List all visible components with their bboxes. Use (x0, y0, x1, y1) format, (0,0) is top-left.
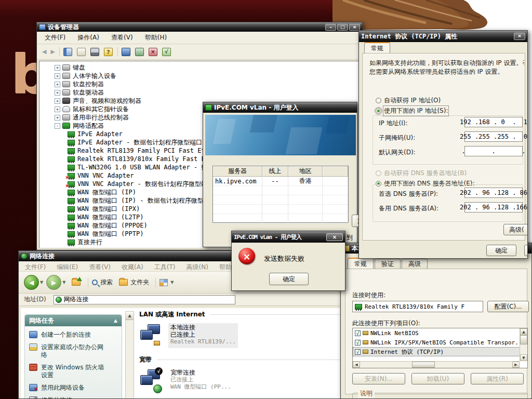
expand-box[interactable]: + (55, 65, 60, 71)
scroll-right-icon[interactable]: ▶ (512, 362, 520, 368)
checkbox-checked[interactable]: √ (355, 340, 361, 345)
close-button[interactable]: × (326, 233, 343, 241)
expand-box[interactable]: + (55, 82, 60, 87)
tree-item[interactable]: +软盘驱动器 (39, 88, 360, 97)
uninstall-button[interactable]: 卸载(U) (411, 373, 464, 384)
task-create-connection[interactable]: 创建一个新的连接 (29, 331, 118, 339)
expand-box[interactable]: + (55, 73, 60, 79)
search-icon[interactable] (92, 280, 98, 285)
expand-box[interactable]: + (55, 107, 60, 112)
list-horizontal-scrollbar[interactable]: ◀ ▶ (353, 361, 520, 368)
back-dropdown-icon[interactable]: ▼ (40, 280, 43, 285)
device-manager-titlebar[interactable]: 设备管理器 – □ × (37, 22, 362, 32)
scroll-down-icon[interactable]: ▼ (520, 354, 527, 361)
tcpip-titlebar[interactable]: Internet 协议 (TCP/IP) 属性 × (359, 31, 527, 42)
radio-use-ip[interactable]: 使用下面的 IP 地址(S): (376, 107, 448, 115)
uninstall-device-icon[interactable]: × (149, 48, 157, 56)
alternate-dns-input[interactable]: 202 . 96 .128 .166 (464, 202, 523, 212)
col-region[interactable]: 地区 (288, 166, 323, 177)
expand-box[interactable]: + (55, 115, 60, 121)
up-folder-icon[interactable] (72, 279, 81, 286)
scroll-up-icon[interactable]: ▲ (520, 328, 527, 335)
subnet-mask-input[interactable]: 255 .255 .255 . 0 (464, 131, 523, 142)
list-vertical-scrollbar[interactable]: ▲ ▼ (520, 328, 527, 361)
checkbox-checked[interactable]: √ (355, 330, 361, 336)
tab-general[interactable]: 常规 (364, 42, 390, 54)
tab-authentication[interactable]: 验证 (375, 259, 401, 269)
back-button[interactable]: ◀ (24, 275, 39, 290)
tree-item[interactable]: +人体学输入设备 (39, 72, 360, 80)
update-driver-icon[interactable] (122, 48, 130, 56)
address-input[interactable]: 网络连接 (54, 295, 235, 304)
menu-favorites[interactable]: 收藏(A) (117, 262, 148, 273)
forward-icon[interactable]: ▶ (50, 48, 55, 55)
checkbox-checked[interactable]: √ (355, 349, 361, 355)
menu-tools[interactable]: 工具(T) (150, 262, 180, 273)
network-tasks-header[interactable]: 网络任务 ▲ (25, 315, 122, 326)
collapse-chevron-icon[interactable]: ▲ (114, 318, 117, 323)
menu-advanced[interactable]: 高级(N) (182, 262, 212, 273)
panel-scrollbar[interactable]: ▲ (125, 311, 134, 398)
show-console-tree-icon[interactable] (63, 48, 72, 56)
properties-button[interactable]: 属性(R) (471, 373, 524, 384)
menu-edit[interactable]: 编辑(E) (52, 262, 82, 273)
server-row[interactable]: hk.ipve.com -- 香港 (213, 177, 348, 186)
task-repair-connection[interactable]: 修复此连接 (29, 396, 118, 398)
menu-action[interactable]: 操作(A) (73, 32, 104, 44)
ok-button[interactable]: 确定 (486, 245, 516, 256)
menu-file[interactable]: 文件(F) (21, 262, 50, 273)
menu-view[interactable]: 查看(V) (107, 32, 138, 44)
forward-button[interactable]: ▶ (46, 275, 61, 290)
views-icon[interactable] (159, 279, 168, 286)
menu-view[interactable]: 查看(V) (85, 262, 115, 273)
tree-item[interactable]: +软盘控制器 (39, 80, 360, 88)
preferred-dns-input[interactable]: 202 . 96 .128 . 86 (464, 188, 523, 198)
configure-button[interactable]: 配置(C)... (487, 301, 529, 312)
radio-auto-dns[interactable]: 自动获得 DNS 服务器地址(B) (376, 169, 467, 178)
minimize-button[interactable]: – (325, 24, 336, 31)
properties-icon[interactable] (77, 48, 86, 56)
tab-advanced[interactable]: 高级 (402, 259, 428, 269)
protocol-item[interactable]: √ NWLink NetBIOS (353, 328, 527, 338)
col-server[interactable]: 服务器 (213, 166, 262, 177)
scroll-left-icon[interactable]: ◀ (353, 362, 360, 368)
scroll-up-icon[interactable]: ▲ (126, 312, 134, 320)
ip-address-input[interactable]: 192 .168 . 0 . 1 (464, 117, 523, 127)
task-change-firewall[interactable]: 更改 Windows 防火墙设置 (29, 364, 118, 379)
connection-item-broadband[interactable]: √ 宽带连接 已连接上 WAN 微型端口 (PP... (139, 368, 346, 393)
install-button[interactable]: 安装(N)... (352, 373, 405, 384)
protocol-item-selected[interactable]: √ Internet 协议 (TCP/IP) (353, 347, 527, 356)
search-label[interactable]: 搜索 (100, 278, 113, 287)
protocol-item[interactable]: √ NWLink IPX/SPX/NetBIOS Compatible Tran… (353, 338, 527, 347)
views-dropdown-icon[interactable]: ▼ (170, 280, 174, 285)
folders-label[interactable]: 文件夹 (130, 278, 149, 287)
default-gateway-input[interactable]: . . . (464, 146, 523, 156)
folders-icon[interactable] (119, 279, 128, 286)
expand-box[interactable]: + (55, 90, 60, 96)
tab-general[interactable]: 常规 (348, 258, 374, 269)
menu-help[interactable]: 帮助(H) (140, 32, 171, 44)
ok-button[interactable]: 确定 (269, 273, 309, 285)
disable-device-icon[interactable] (135, 48, 144, 56)
radio-auto-ip[interactable]: 自动获得 IP 地址(O) (376, 96, 441, 105)
back-icon[interactable]: ◀ (42, 48, 46, 55)
tree-item[interactable]: +键盘 (39, 63, 360, 72)
radio-icon-disabled[interactable] (376, 170, 381, 176)
menu-file[interactable]: 文件(F) (40, 32, 70, 44)
error-dialog-titlebar[interactable]: IPvE.COM vLan - 用户登入 × (232, 231, 345, 243)
expand-box[interactable]: + (55, 98, 60, 104)
connection-item-local[interactable]: 本地连接 已连接上 Realtek RTL8139/... (139, 323, 346, 348)
col-extra[interactable] (323, 166, 348, 177)
task-setup-home-network[interactable]: 设置家庭或小型办公网络 (29, 343, 118, 359)
scan-hardware-icon[interactable]: √ (162, 48, 171, 56)
cancel-button[interactable] (524, 245, 528, 256)
maximize-button[interactable]: □ (337, 24, 348, 31)
radio-icon-selected[interactable] (376, 108, 381, 114)
vlan-titlebar[interactable]: IPvE.COM vLan - 用户登入 (203, 102, 357, 113)
print-icon[interactable] (90, 48, 99, 56)
close-button[interactable]: × (349, 24, 360, 31)
close-button[interactable]: × (514, 33, 525, 40)
advanced-button[interactable]: 高级( (503, 224, 528, 235)
col-online[interactable]: 线上 (262, 166, 288, 177)
radio-icon[interactable] (376, 98, 381, 103)
